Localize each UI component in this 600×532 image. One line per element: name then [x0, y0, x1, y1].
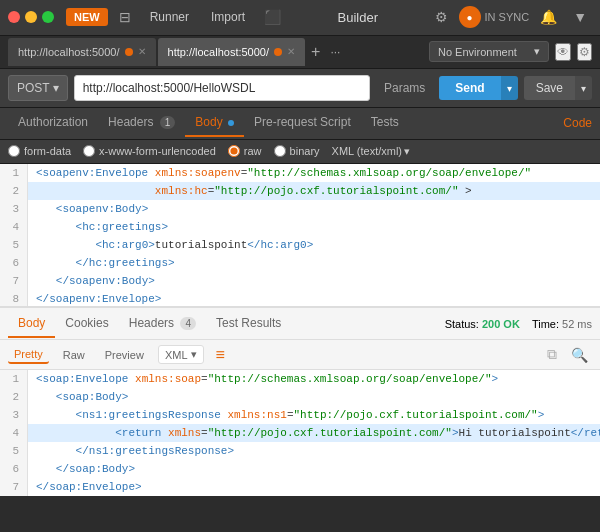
- environment-select[interactable]: No Environment ▾: [429, 41, 549, 62]
- monitor-icon[interactable]: ⬛: [259, 6, 286, 28]
- url-input[interactable]: [74, 75, 370, 101]
- settings-icon[interactable]: ⚙: [430, 6, 453, 28]
- new-button[interactable]: NEW: [66, 8, 108, 26]
- xml-chevron-icon: ▾: [404, 145, 410, 158]
- request-code-editor[interactable]: 1 <soapenv:Envelope xmlns:soapenv="http:…: [0, 164, 600, 306]
- tabs-right: No Environment ▾ 👁 ⚙: [429, 41, 592, 62]
- sync-badge[interactable]: ● IN SYNC: [459, 6, 530, 28]
- binary-radio[interactable]: [274, 145, 286, 157]
- response-tab-cookies[interactable]: Cookies: [55, 310, 118, 338]
- response-cookies-label: Cookies: [65, 316, 108, 330]
- headers-badge: 1: [160, 116, 176, 129]
- tab-1[interactable]: http://localhost:5000/ ✕: [8, 38, 156, 66]
- tab-add-button[interactable]: +: [307, 43, 324, 61]
- response-code-content: 1 <soap:Envelope xmlns:soap="http://sche…: [0, 370, 600, 496]
- env-settings-icon[interactable]: ⚙: [577, 43, 592, 61]
- tabs-bar: http://localhost:5000/ ✕ http://localhos…: [0, 36, 600, 70]
- resp-line-2: 2 <soap:Body>: [0, 388, 600, 406]
- form-data-radio[interactable]: [8, 145, 20, 157]
- send-button[interactable]: Send: [439, 76, 500, 100]
- notification-icon[interactable]: 🔔: [535, 6, 562, 28]
- urlencoded-option[interactable]: x-www-form-urlencoded: [83, 145, 216, 157]
- resp-line-3: 3 <ns1:greetingsResponse xmlns:ns1="http…: [0, 406, 600, 424]
- response-status: Status: 200 OK Time: 52 ms: [445, 318, 592, 330]
- chevron-down-icon: ▾: [534, 45, 540, 58]
- runner-button[interactable]: Runner: [142, 7, 197, 27]
- preview-button[interactable]: Preview: [99, 347, 150, 363]
- tab-authorization[interactable]: Authorization: [8, 109, 98, 137]
- send-btn-group: Send ▾: [439, 76, 517, 100]
- save-button[interactable]: Save: [524, 76, 575, 100]
- params-button[interactable]: Params: [376, 76, 433, 100]
- tab-2-close[interactable]: ✕: [287, 46, 295, 57]
- authorization-label: Authorization: [18, 115, 88, 129]
- urlencoded-radio[interactable]: [83, 145, 95, 157]
- response-headers-label: Headers: [129, 316, 174, 330]
- status-prefix: Status:: [445, 318, 479, 330]
- raw-option[interactable]: raw: [228, 145, 262, 157]
- tab-more-button[interactable]: ···: [326, 45, 344, 59]
- response-code-area[interactable]: 1 <soap:Envelope xmlns:soap="http://sche…: [0, 370, 600, 496]
- pretty-button[interactable]: Pretty: [8, 346, 49, 364]
- binary-option[interactable]: binary: [274, 145, 320, 157]
- nav-tabs: Authorization Headers 1 Body Pre-request…: [0, 108, 600, 140]
- code-link[interactable]: Code: [563, 116, 592, 130]
- tab-headers[interactable]: Headers 1: [98, 109, 185, 137]
- send-dropdown-button[interactable]: ▾: [501, 76, 518, 100]
- tab-2[interactable]: http://localhost:5000/ ✕: [158, 38, 306, 66]
- tab-tests[interactable]: Tests: [361, 109, 409, 137]
- response-tab-body[interactable]: Body: [8, 310, 55, 338]
- save-dropdown-button[interactable]: ▾: [575, 76, 592, 100]
- method-chevron-icon: ▾: [53, 81, 59, 95]
- resp-line-6: 6 </soap:Body>: [0, 460, 600, 478]
- urlencoded-label: x-www-form-urlencoded: [99, 145, 216, 157]
- search-icon[interactable]: 🔍: [567, 344, 592, 365]
- copy-icon[interactable]: ⧉: [543, 344, 561, 365]
- raw-button[interactable]: Raw: [57, 347, 91, 363]
- binary-label: binary: [290, 145, 320, 157]
- response-headers-badge: 4: [180, 317, 196, 330]
- titlebar-right: ⚙ ● IN SYNC 🔔 ▼: [430, 6, 592, 28]
- form-data-option[interactable]: form-data: [8, 145, 71, 157]
- resp-line-1: 1 <soap:Envelope xmlns:soap="http://sche…: [0, 370, 600, 388]
- maximize-button[interactable]: [42, 11, 54, 23]
- tab-1-dot: [125, 48, 133, 56]
- tab-2-label: http://localhost:5000/: [168, 46, 270, 58]
- response-tab-test-results[interactable]: Test Results: [206, 310, 291, 338]
- req-line-3: 3 <soapenv:Body>: [0, 200, 600, 218]
- sidebar-toggle-button[interactable]: ⊟: [114, 6, 136, 28]
- response-xml-label: XML: [165, 349, 188, 361]
- time-prefix: Time:: [532, 318, 559, 330]
- traffic-lights: [8, 11, 54, 23]
- raw-radio[interactable]: [228, 145, 240, 157]
- import-button[interactable]: Import: [203, 7, 253, 27]
- more-options-icon[interactable]: ▼: [568, 6, 592, 28]
- form-data-label: form-data: [24, 145, 71, 157]
- close-button[interactable]: [8, 11, 20, 23]
- response-nav: Body Cookies Headers 4 Test Results Stat…: [0, 308, 600, 340]
- response-xml-select[interactable]: XML ▾: [158, 345, 204, 364]
- minimize-button[interactable]: [25, 11, 37, 23]
- xml-type-select[interactable]: XML (text/xml) ▾: [332, 145, 411, 158]
- response-test-label: Test Results: [216, 316, 281, 330]
- response-tab-headers[interactable]: Headers 4: [119, 310, 206, 338]
- method-select[interactable]: POST ▾: [8, 75, 68, 101]
- time-value: 52 ms: [562, 318, 592, 330]
- tab-2-dot: [274, 48, 282, 56]
- tab-1-close[interactable]: ✕: [138, 46, 146, 57]
- tab-body[interactable]: Body: [185, 109, 244, 137]
- req-line-6: 6 </hc:greetings>: [0, 254, 600, 272]
- tab-prerequest[interactable]: Pre-request Script: [244, 109, 361, 137]
- filter-icon[interactable]: ≡: [216, 346, 225, 364]
- req-line-5: 5 <hc:arg0>tutorialspoint</hc:arg0>: [0, 236, 600, 254]
- req-line-7: 7 </soapenv:Body>: [0, 272, 600, 290]
- req-line-4: 4 <hc:greetings>: [0, 218, 600, 236]
- response-body-label: Body: [18, 316, 45, 330]
- resp-line-4: 4 <return xmlns="http://pojo.cxf.tutoria…: [0, 424, 600, 442]
- eye-icon[interactable]: 👁: [555, 43, 571, 61]
- code-label: Code: [563, 116, 592, 130]
- response-xml-chevron-icon: ▾: [191, 348, 197, 361]
- titlebar: NEW ⊟ Runner Import ⬛ Builder ⚙ ● IN SYN…: [0, 0, 600, 36]
- raw-label: raw: [244, 145, 262, 157]
- req-line-1: 1 <soapenv:Envelope xmlns:soapenv="http:…: [0, 164, 600, 182]
